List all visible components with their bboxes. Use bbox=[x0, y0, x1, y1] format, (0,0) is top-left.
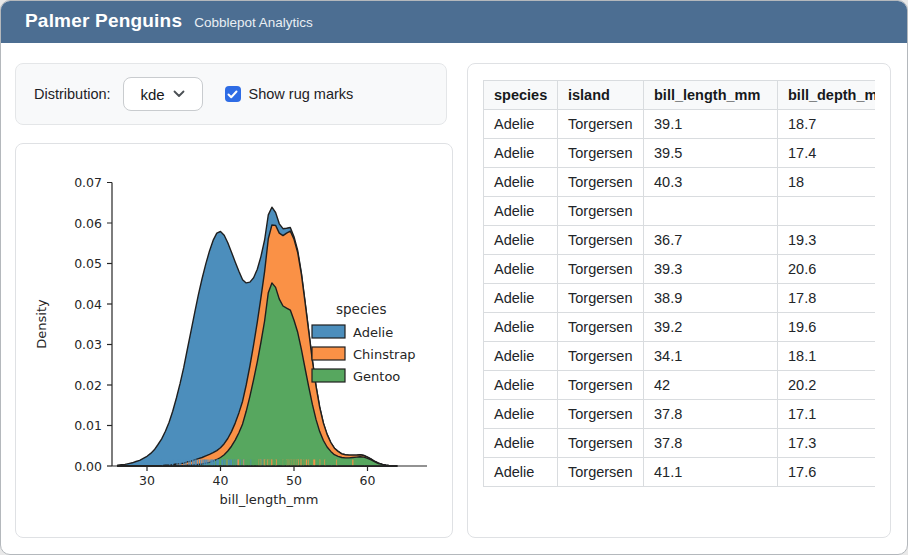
table-cell: Torgersen bbox=[558, 168, 644, 197]
table-row: AdelieTorgersen34.118.1 bbox=[484, 342, 876, 371]
table-cell: 34.1 bbox=[644, 342, 778, 371]
table-cell: 17.8 bbox=[778, 284, 876, 313]
legend-label-adelie: Adelie bbox=[353, 325, 393, 340]
table-cell: Torgersen bbox=[558, 342, 644, 371]
table-cell: 37.8 bbox=[644, 400, 778, 429]
rug-checkbox-label: Show rug marks bbox=[249, 86, 354, 102]
table-cell: Adelie bbox=[484, 139, 558, 168]
table-cell: Torgersen bbox=[558, 110, 644, 139]
table-cell: 39.2 bbox=[644, 313, 778, 342]
table-row: AdelieTorgersen bbox=[484, 197, 876, 226]
penguins-table: speciesislandbill_length_mmbill_depth_mm… bbox=[483, 80, 875, 487]
table-cell: 41.1 bbox=[644, 458, 778, 487]
table-cell: Torgersen bbox=[558, 255, 644, 284]
x-axis-label: bill_length_mm bbox=[220, 492, 319, 507]
table-row: AdelieTorgersen37.817.3 bbox=[484, 429, 876, 458]
table-cell: Adelie bbox=[484, 255, 558, 284]
table-row: AdelieTorgersen39.118.7 bbox=[484, 110, 876, 139]
table-cell: 42 bbox=[644, 371, 778, 400]
table-cell: Torgersen bbox=[558, 226, 644, 255]
table-cell: Adelie bbox=[484, 197, 558, 226]
app-window: Palmer Penguins Cobblepot Analytics Dist… bbox=[0, 0, 908, 555]
table-cell bbox=[644, 197, 778, 226]
distribution-label: Distribution: bbox=[34, 86, 111, 102]
table-cell: 17.4 bbox=[778, 139, 876, 168]
table-scroll-area[interactable]: speciesislandbill_length_mmbill_depth_mm… bbox=[483, 80, 875, 524]
table-cell: 39.5 bbox=[644, 139, 778, 168]
y-axis-label: Density bbox=[34, 299, 49, 349]
table-cell: 17.3 bbox=[778, 429, 876, 458]
table-row: AdelieTorgersen37.817.1 bbox=[484, 400, 876, 429]
y-tick-label: 0.00 bbox=[74, 459, 102, 474]
app-header: Palmer Penguins Cobblepot Analytics bbox=[1, 1, 907, 43]
table-row: AdelieTorgersen41.117.6 bbox=[484, 458, 876, 487]
kde-density-plot: 304050600.000.010.020.030.040.050.060.07… bbox=[16, 144, 452, 537]
table-cell: 18.7 bbox=[778, 110, 876, 139]
x-tick-label: 40 bbox=[213, 473, 229, 488]
column-header-bill_length_mm: bill_length_mm bbox=[644, 81, 778, 110]
data-table-card: speciesislandbill_length_mmbill_depth_mm… bbox=[467, 63, 891, 538]
y-tick-label: 0.01 bbox=[74, 418, 102, 433]
y-tick-label: 0.03 bbox=[74, 337, 102, 352]
y-tick-label: 0.06 bbox=[74, 216, 102, 231]
table-cell: 17.6 bbox=[778, 458, 876, 487]
table-cell: Adelie bbox=[484, 168, 558, 197]
y-tick-label: 0.04 bbox=[74, 297, 102, 312]
x-tick-label: 30 bbox=[139, 473, 155, 488]
table-cell: Adelie bbox=[484, 284, 558, 313]
table-cell: Torgersen bbox=[558, 458, 644, 487]
table-cell: 36.7 bbox=[644, 226, 778, 255]
table-cell: 37.8 bbox=[644, 429, 778, 458]
table-row: AdelieTorgersen4220.2 bbox=[484, 371, 876, 400]
table-cell: Adelie bbox=[484, 226, 558, 255]
distribution-selected-value: kde bbox=[140, 86, 164, 103]
table-header-row: speciesislandbill_length_mmbill_depth_mm bbox=[484, 81, 876, 110]
table-cell: Torgersen bbox=[558, 197, 644, 226]
table-cell: Adelie bbox=[484, 371, 558, 400]
table-cell: 40.3 bbox=[644, 168, 778, 197]
table-cell: Adelie bbox=[484, 458, 558, 487]
table-row: AdelieTorgersen38.917.8 bbox=[484, 284, 876, 313]
table-row: AdelieTorgersen40.318 bbox=[484, 168, 876, 197]
legend-title: species bbox=[336, 301, 386, 317]
y-tick-label: 0.02 bbox=[74, 378, 102, 393]
table-cell: Torgersen bbox=[558, 284, 644, 313]
table-row: AdelieTorgersen36.719.3 bbox=[484, 226, 876, 255]
y-tick-label: 0.05 bbox=[74, 256, 102, 271]
controls-panel: Distribution: kde Show rug marks bbox=[15, 63, 447, 125]
table-cell: 38.9 bbox=[644, 284, 778, 313]
table-cell: Adelie bbox=[484, 429, 558, 458]
table-cell bbox=[778, 197, 876, 226]
table-cell: 39.3 bbox=[644, 255, 778, 284]
table-cell: Torgersen bbox=[558, 139, 644, 168]
table-cell: Adelie bbox=[484, 110, 558, 139]
legend-swatch-gentoo bbox=[312, 369, 345, 382]
table-cell: 17.1 bbox=[778, 400, 876, 429]
table-cell: Adelie bbox=[484, 342, 558, 371]
table-cell: Torgersen bbox=[558, 429, 644, 458]
y-tick-label: 0.07 bbox=[74, 175, 102, 190]
table-cell: 19.6 bbox=[778, 313, 876, 342]
column-header-species: species bbox=[484, 81, 558, 110]
x-tick-label: 60 bbox=[360, 473, 376, 488]
page-title: Palmer Penguins bbox=[25, 10, 182, 32]
table-cell: 39.1 bbox=[644, 110, 778, 139]
table-cell: 18 bbox=[778, 168, 876, 197]
table-cell: Torgersen bbox=[558, 313, 644, 342]
kde-chart-card: 304050600.000.010.020.030.040.050.060.07… bbox=[15, 143, 453, 538]
column-header-island: island bbox=[558, 81, 644, 110]
legend-swatch-chinstrap bbox=[312, 347, 345, 360]
x-tick-label: 50 bbox=[286, 473, 302, 488]
table-row: AdelieTorgersen39.320.6 bbox=[484, 255, 876, 284]
table-cell: 19.3 bbox=[778, 226, 876, 255]
legend-swatch-adelie bbox=[312, 325, 345, 338]
table-cell: Adelie bbox=[484, 313, 558, 342]
distribution-select[interactable]: kde bbox=[123, 77, 203, 111]
table-cell: 18.1 bbox=[778, 342, 876, 371]
table-cell: 20.6 bbox=[778, 255, 876, 284]
rug-checkbox[interactable] bbox=[225, 86, 241, 102]
table-cell: Adelie bbox=[484, 400, 558, 429]
column-header-bill_depth_mm: bill_depth_mm bbox=[778, 81, 876, 110]
table-cell: 20.2 bbox=[778, 371, 876, 400]
chevron-down-icon bbox=[173, 90, 185, 98]
